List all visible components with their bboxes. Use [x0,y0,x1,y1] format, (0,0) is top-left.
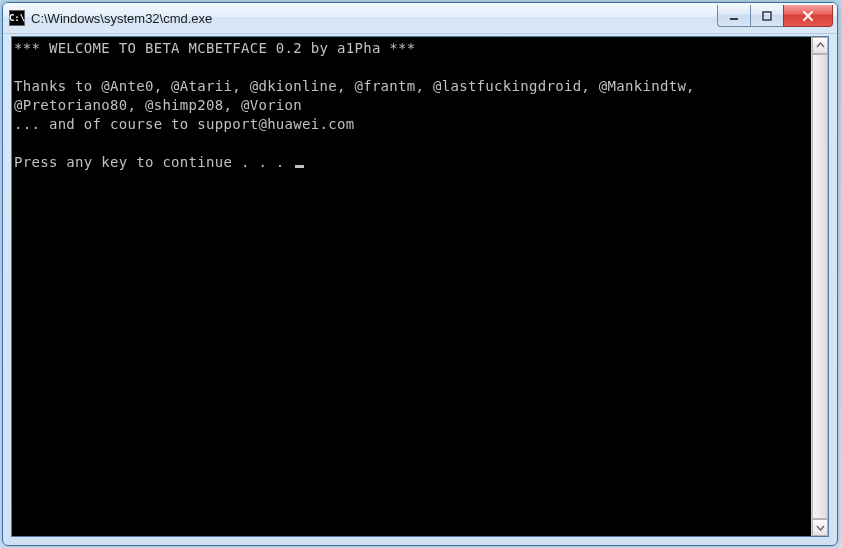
close-icon [801,10,815,22]
app-icon: C:\ [9,10,25,26]
scrollbar-thumb[interactable] [812,54,828,519]
minimize-button[interactable] [717,5,751,27]
maximize-icon [761,10,773,22]
terminal-line: *** WELCOME TO BETA MCBETFACE 0.2 by a1P… [14,40,416,56]
maximize-button[interactable] [750,5,784,27]
terminal-line: ... and of course to support@huawei.com [14,116,354,132]
chevron-up-icon [816,41,825,50]
cmd-window: C:\ C:\Windows\system32\cmd.exe *** WELC… [2,2,838,546]
close-button[interactable] [783,5,833,27]
scroll-up-button[interactable] [812,37,828,54]
window-title: C:\Windows\system32\cmd.exe [31,11,717,26]
scroll-down-button[interactable] [812,519,828,536]
terminal-prompt: Press any key to continue . . . [14,154,293,170]
titlebar[interactable]: C:\ C:\Windows\system32\cmd.exe [3,3,837,34]
scrollbar-track[interactable] [812,54,828,519]
chevron-down-icon [816,523,825,532]
svg-rect-1 [763,12,771,20]
vertical-scrollbar[interactable] [811,37,828,536]
client-area: *** WELCOME TO BETA MCBETFACE 0.2 by a1P… [11,36,829,537]
svg-rect-0 [730,18,738,20]
terminal-line: Thanks to @Ante0, @Atarii, @dkionline, @… [14,78,704,113]
minimize-icon [728,10,740,22]
terminal-output[interactable]: *** WELCOME TO BETA MCBETFACE 0.2 by a1P… [12,37,811,536]
cursor [295,165,304,168]
